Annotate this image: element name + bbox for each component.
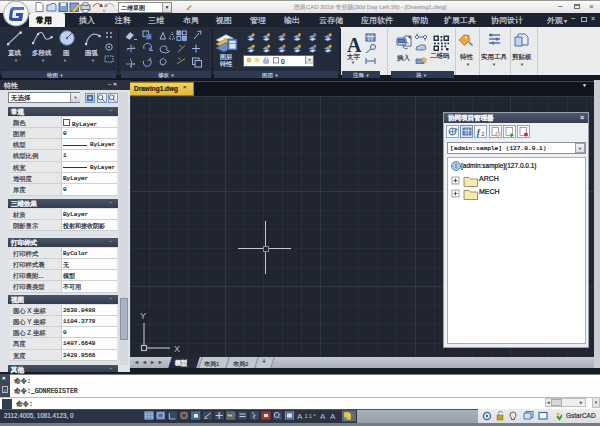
svg-text:Y: Y	[140, 311, 146, 321]
svg-text:A: A	[330, 412, 336, 421]
svg-text:2: 2	[482, 131, 485, 137]
svg-text:X: X	[174, 344, 180, 354]
svg-text:A: A	[320, 412, 326, 421]
svg-text:1:1: 1:1	[305, 413, 313, 419]
svg-text:A: A	[297, 412, 303, 421]
